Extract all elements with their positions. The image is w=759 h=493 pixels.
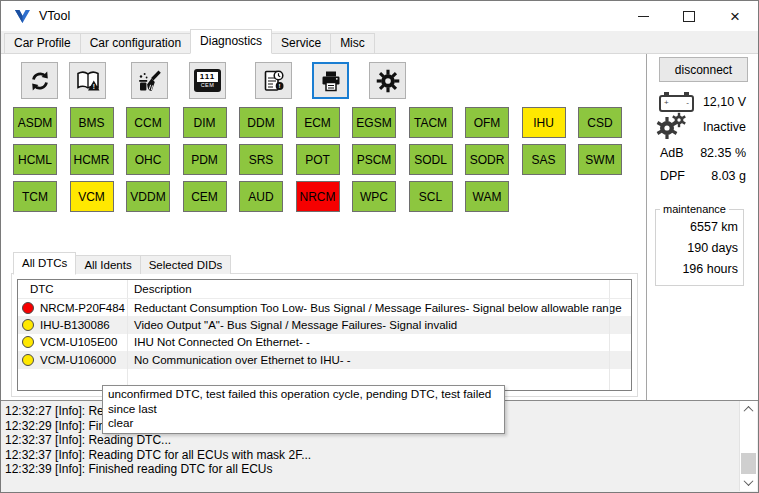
ecu-button-vddm[interactable]: VDDM [126, 181, 170, 212]
ecu-button-asdm[interactable]: ASDM [13, 107, 57, 138]
ecu-button-wam[interactable]: WAM [465, 181, 509, 212]
ecu-button-tcm[interactable]: TCM [13, 181, 57, 212]
vtool-logo-icon [14, 9, 31, 24]
ecu-button-sas[interactable]: SAS [522, 144, 566, 175]
ecu-button-pscm[interactable]: PSCM [352, 144, 396, 175]
maintenance-value: 190 days [656, 238, 738, 259]
ecu-button-hcmr[interactable]: HCMR [70, 144, 114, 175]
ecu-button-bms[interactable]: BMS [70, 107, 114, 138]
tab-all-dtcs[interactable]: All DTCs [13, 252, 76, 275]
ecu-button-dim[interactable]: DIM [183, 107, 227, 138]
ecu-button-cem[interactable]: CEM [183, 181, 227, 212]
ecu-button-ihu[interactable]: IHU [522, 107, 566, 138]
ecu-button-aud[interactable]: AUD [239, 181, 283, 212]
battery-icon: +- [659, 95, 694, 112]
ecu-display-digits: 111 [197, 72, 218, 82]
ecu-button-hcml[interactable]: HCML [13, 144, 57, 175]
dtc-row[interactable]: IHU-B130086Video Output "A"- Bus Signal … [18, 316, 631, 333]
ecu-button-pot[interactable]: POT [296, 144, 340, 175]
tab-car-configuration[interactable]: Car configuration [80, 33, 191, 53]
maintenance-title: maintenance [660, 203, 729, 215]
print-button[interactable] [312, 62, 349, 99]
dtc-code: VCM-U106000 [40, 354, 116, 366]
clear-dtc-button[interactable] [131, 62, 168, 99]
header-description: Description [127, 283, 631, 295]
minimize-icon [638, 16, 649, 17]
ecu-button-wpc[interactable]: WPC [352, 181, 396, 212]
scroll-up-button[interactable] [740, 402, 757, 417]
maximize-icon [683, 11, 695, 22]
maximize-button[interactable] [666, 1, 712, 31]
ecu-button-tacm[interactable]: TACM [409, 107, 453, 138]
dtc-description: Video Output "A"- Bus Signal / Message F… [127, 319, 631, 331]
tab-misc[interactable]: Misc [330, 33, 375, 53]
severity-yellow-icon [22, 319, 34, 331]
scrollbar-thumb[interactable] [741, 453, 756, 474]
ecu-button-ddm[interactable]: DDM [239, 107, 283, 138]
broom-icon [137, 69, 163, 93]
log-line: 12:32:37 [Info]: Reading DTC for all ECU… [5, 448, 738, 463]
book-warning-icon: ! [75, 69, 101, 93]
dtc-tooltip: unconfirmed DTC, test failed this operat… [102, 385, 505, 434]
dtc-description: IHU Not Connected On Ethernet- - [127, 336, 631, 348]
settings-button[interactable] [369, 62, 406, 99]
scroll-down-button[interactable] [740, 475, 757, 490]
dtc-row[interactable]: VCM-U106000No Communication over Etherne… [18, 351, 631, 368]
ecu-button-ofm[interactable]: OFM [465, 107, 509, 138]
ecu-button-ecm[interactable]: ECM [296, 107, 340, 138]
gear-icon [375, 68, 401, 94]
severity-yellow-icon [22, 354, 34, 366]
tab-all-idents[interactable]: All Idents [75, 255, 140, 274]
maintenance-values: 6557 km190 days196 hours [656, 217, 738, 280]
ecu-button-pdm[interactable]: PDM [183, 144, 227, 175]
dtc-row[interactable]: VCM-U105E00IHU Not Connected On Ethernet… [18, 334, 631, 351]
ecu-display-label: CEM [201, 82, 215, 89]
severity-yellow-icon [22, 336, 34, 348]
window-title: VTool [39, 9, 70, 23]
svg-text:!: ! [278, 83, 280, 89]
adb-value: 82.35 % [700, 146, 746, 160]
tab-diagnostics[interactable]: Diagnostics [190, 29, 272, 54]
dtc-table-header: DTC Description [18, 280, 631, 299]
tooltip-line1: unconfirmed DTC, test failed this operat… [108, 387, 499, 416]
minimize-button[interactable] [620, 1, 666, 31]
disconnect-button[interactable]: disconnect [659, 57, 748, 82]
dtc-table: DTC Description NRCM-P20F484Reductant Co… [17, 279, 632, 391]
battery-voltage-value: 12,10 V [703, 95, 746, 109]
report-button[interactable]: ! [255, 62, 292, 99]
gear-status-value: Inactive [703, 120, 746, 134]
tab-car-profile[interactable]: Car Profile [4, 33, 81, 53]
ecu-button-sodr[interactable]: SODR [465, 144, 509, 175]
tab-service[interactable]: Service [271, 33, 331, 53]
adb-label: AdB [660, 146, 684, 160]
dtc-description: Reductant Consumption Too Low- Bus Signa… [127, 302, 631, 314]
ecu-button-csd[interactable]: CSD [578, 107, 622, 138]
main-tab-bar: Car Profile Car configuration Diagnostic… [1, 31, 758, 54]
ecu-button-swm[interactable]: SWM [578, 144, 622, 175]
refresh-button[interactable] [21, 62, 58, 99]
ecu-button-egsm[interactable]: EGSM [352, 107, 396, 138]
dtc-description: No Communication over Ethernet to IHU- - [127, 354, 631, 366]
ecu-button-srs[interactable]: SRS [239, 144, 283, 175]
ecu-button-sodl[interactable]: SODL [409, 144, 453, 175]
window-controls: × [620, 1, 758, 31]
tab-selected-dids[interactable]: Selected DIDs [140, 255, 232, 274]
log-scrollbar[interactable] [739, 401, 757, 491]
status-side-panel: disconnect +- 12,10 V [646, 54, 759, 400]
dtc-row[interactable]: NRCM-P20F484Reductant Consumption Too Lo… [18, 299, 631, 316]
ecu-button-nrcm[interactable]: NRCM [296, 181, 340, 212]
ecu-button-vcm[interactable]: VCM [70, 181, 114, 212]
close-icon: × [730, 8, 740, 25]
printer-icon [319, 69, 343, 93]
header-dtc: DTC [18, 283, 127, 295]
ecu-button-ohc[interactable]: OHC [126, 144, 170, 175]
dtc-tab-bar: All DTCs All Idents Selected DIDs [13, 253, 231, 274]
close-button[interactable]: × [712, 1, 758, 31]
dtc-code: VCM-U105E00 [40, 336, 117, 348]
ecu-display-button[interactable]: 111 CEM [189, 62, 226, 99]
ecu-display-icon: 111 CEM [194, 69, 221, 92]
ecu-button-scl[interactable]: SCL [409, 181, 453, 212]
dtc-table-body: NRCM-P20F484Reductant Consumption Too Lo… [18, 299, 631, 369]
ecu-button-ccm[interactable]: CCM [126, 107, 170, 138]
read-dtc-book-button[interactable]: ! [69, 62, 106, 99]
